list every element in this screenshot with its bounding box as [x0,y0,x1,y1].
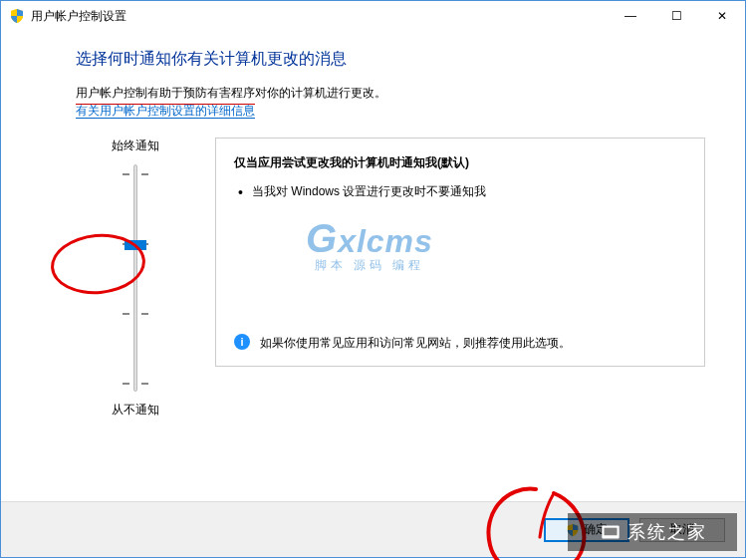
maximize-button[interactable]: ☐ [653,1,699,31]
overlay-logo: 系统之家 [568,513,737,551]
uac-info-link[interactable]: 有关用户帐户控制设置的详细信息 [76,104,255,119]
description-bullet: 当我对 Windows 设置进行更改时不要通知我 [252,181,686,201]
slider-tick [123,313,148,315]
slider-label-never: 从不通知 [76,402,195,419]
info-icon: i [234,334,250,350]
slider-tick [123,173,148,175]
minimize-button[interactable]: — [608,1,653,31]
description-list: 当我对 Windows 设置进行更改时不要通知我 [234,181,686,201]
info-row: i 如果你使用常见应用和访问常见网站，则推荐使用此选项。 [234,334,686,352]
window-title: 用户帐户控制设置 [31,8,126,25]
page-heading: 选择何时通知你有关计算机更改的消息 [76,49,705,70]
body-area: 始终通知 从不通知 仅当应用尝试更改我的计算机时通知我(默认) 当我 [76,138,705,419]
watermark: Gxlcms 脚本 源码 编程 [306,216,433,274]
svg-rect-1 [605,528,618,536]
info-text: 如果你使用常见应用和访问常见网站，则推荐使用此选项。 [260,334,571,352]
close-button[interactable]: ✕ [699,1,745,31]
description-box: 仅当应用尝试更改我的计算机时通知我(默认) 当我对 Windows 设置进行更改… [215,138,705,367]
titlebar: 用户帐户控制设置 — ☐ ✕ [1,1,745,31]
uac-slider[interactable] [133,164,137,392]
description-title: 仅当应用尝试更改我的计算机时通知我(默认) [234,154,686,171]
slider-thumb[interactable] [125,240,146,250]
slider-tick [123,383,148,385]
slider-column: 始终通知 从不通知 [76,138,195,419]
uac-window: 用户帐户控制设置 — ☐ ✕ 选择何时通知你有关计算机更改的消息 用户帐户控制有… [0,0,746,558]
window-controls: — ☐ ✕ [608,1,745,31]
overlay-logo-icon [598,519,623,545]
slider-track-wrap [76,164,195,392]
overlay-logo-text: 系统之家 [627,520,707,544]
page-subtext: 用户帐户控制有助于预防有害程序对你的计算机进行更改。 [76,84,705,103]
slider-label-always: 始终通知 [76,138,195,154]
shield-icon [9,8,25,24]
content-area: 选择何时通知你有关计算机更改的消息 用户帐户控制有助于预防有害程序对你的计算机进… [1,31,745,419]
